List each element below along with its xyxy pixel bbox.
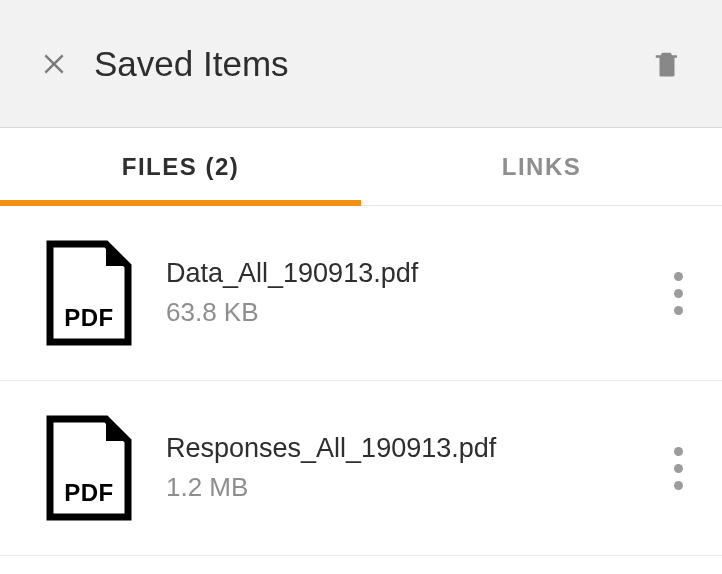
close-icon bbox=[41, 51, 67, 77]
tabs: FILES (2) LINKS bbox=[0, 128, 722, 206]
file-size: 1.2 MB bbox=[166, 472, 658, 503]
delete-button[interactable] bbox=[650, 47, 684, 81]
file-info: Responses_All_190913.pdf 1.2 MB bbox=[166, 433, 658, 503]
page-title: Saved Items bbox=[94, 44, 650, 84]
tab-links-label: LINKS bbox=[502, 153, 582, 181]
file-type-badge: PDF bbox=[46, 304, 132, 332]
more-vertical-icon bbox=[674, 447, 683, 490]
file-name: Data_All_190913.pdf bbox=[166, 258, 658, 289]
file-row[interactable]: PDF Data_All_190913.pdf 63.8 KB bbox=[0, 206, 722, 381]
file-pdf-icon: PDF bbox=[46, 240, 132, 346]
file-list: PDF Data_All_190913.pdf 63.8 KB PDF Resp… bbox=[0, 206, 722, 556]
more-vertical-icon bbox=[674, 272, 683, 315]
tab-files[interactable]: FILES (2) bbox=[0, 128, 361, 205]
file-row[interactable]: PDF Responses_All_190913.pdf 1.2 MB bbox=[0, 381, 722, 556]
header: Saved Items bbox=[0, 0, 722, 128]
tab-links[interactable]: LINKS bbox=[361, 128, 722, 205]
file-pdf-icon: PDF bbox=[46, 415, 132, 521]
close-button[interactable] bbox=[40, 50, 68, 78]
tab-files-label: FILES (2) bbox=[122, 153, 240, 181]
file-type-badge: PDF bbox=[46, 479, 132, 507]
file-size: 63.8 KB bbox=[166, 297, 658, 328]
more-options-button[interactable] bbox=[658, 263, 698, 323]
file-name: Responses_All_190913.pdf bbox=[166, 433, 658, 464]
more-options-button[interactable] bbox=[658, 438, 698, 498]
trash-icon bbox=[652, 47, 682, 81]
file-info: Data_All_190913.pdf 63.8 KB bbox=[166, 258, 658, 328]
